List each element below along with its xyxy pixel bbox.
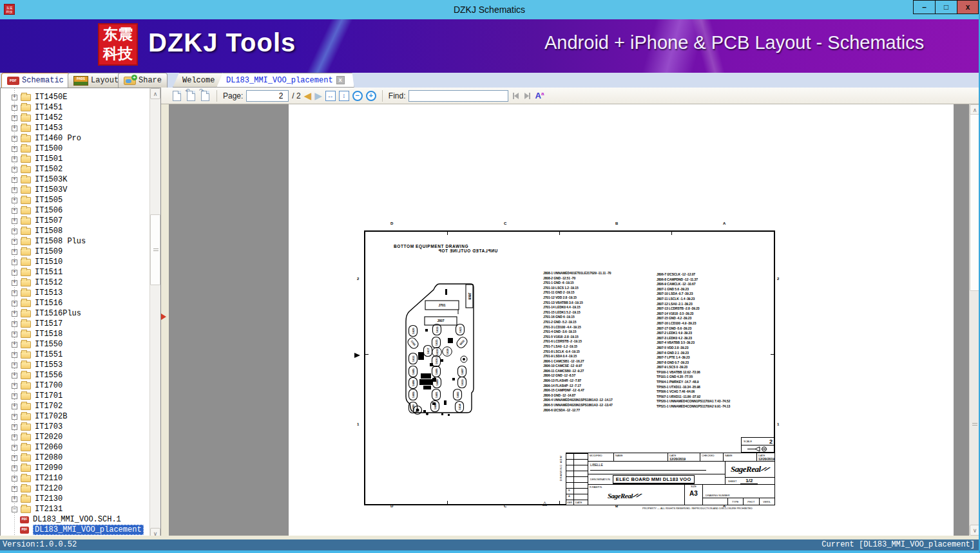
page-input[interactable] — [246, 90, 289, 102]
expand-icon[interactable]: + — [12, 177, 17, 183]
tree-folder-it1516plus[interactable]: +IT1516Plus — [1, 308, 81, 319]
tree-folder-it2080[interactable]: +IT2080 — [1, 453, 62, 463]
viewport-scrollbar[interactable]: ∧ ∨ — [969, 104, 980, 536]
fit-page-icon[interactable]: ↕ — [339, 91, 349, 101]
expand-icon[interactable]: + — [12, 105, 17, 111]
tab-layout[interactable]: PADS Layout — [68, 73, 124, 88]
expand-icon[interactable]: + — [12, 393, 17, 399]
tree-folder-it1702b[interactable]: +IT1702B — [1, 411, 67, 422]
tree-folder-it1509[interactable]: +IT1509 — [1, 247, 62, 257]
tree-folder-it1512[interactable]: +IT1512 — [1, 277, 62, 288]
expand-icon[interactable]: + — [12, 198, 17, 203]
expand-icon[interactable]: + — [12, 435, 17, 440]
tree-folder-it1551[interactable]: +IT1551 — [1, 350, 62, 360]
expand-icon[interactable]: + — [12, 249, 17, 255]
tree-folder-it1502[interactable]: +IT1502 — [1, 164, 62, 174]
tree-folder-it2090[interactable]: +IT2090 — [1, 463, 62, 473]
splitter-collapse-icon[interactable] — [161, 314, 166, 320]
scroll-up-icon[interactable]: ∧ — [150, 88, 160, 99]
tree-folder-it1556[interactable]: +IT1556 — [1, 370, 62, 380]
expand-icon[interactable]: + — [12, 352, 17, 358]
expand-icon[interactable]: + — [12, 362, 17, 368]
expand-icon[interactable]: + — [12, 301, 17, 306]
maximize-button[interactable]: □ — [935, 0, 957, 14]
expand-icon[interactable]: + — [12, 167, 17, 173]
tree-folder-it1511[interactable]: +IT1511 — [1, 267, 62, 277]
expand-icon[interactable]: + — [12, 259, 17, 265]
expand-icon[interactable]: + — [12, 95, 17, 100]
close-tab-icon[interactable]: x — [336, 76, 345, 84]
collapse-icon[interactable]: − — [12, 507, 17, 512]
tree-folder-it1503k[interactable]: +IT1503K — [1, 174, 67, 185]
tree-folder-it1503v[interactable]: +IT1503V — [1, 185, 67, 195]
find-next-icon[interactable] — [524, 93, 530, 99]
tree-folder-it1451[interactable]: +IT1451 — [1, 102, 62, 113]
tree-folder-it1452[interactable]: +IT1452 — [1, 113, 62, 123]
expand-icon[interactable]: + — [12, 187, 17, 193]
tree-folder-it1553[interactable]: +IT1553 — [1, 360, 62, 370]
expand-icon[interactable]: + — [12, 373, 17, 379]
tree-folder-it2131[interactable]: −IT2131 — [1, 504, 62, 514]
expand-icon[interactable]: + — [12, 455, 17, 461]
find-previous-icon[interactable] — [513, 93, 519, 99]
tree-file-dl183_mmi_voo.sch.1[interactable]: PDFDL183_MMI_VOO.SCH.1 — [20, 514, 121, 525]
close-button[interactable]: x — [957, 0, 979, 14]
tree-folder-it1453[interactable]: +IT1453 — [1, 123, 62, 133]
tree-folder-it2110[interactable]: +IT2110 — [1, 473, 62, 483]
doc-tab-placement[interactable]: DL183_MMI_VOO_placement x — [216, 73, 354, 88]
tree-folder-it1518[interactable]: +IT1518 — [1, 329, 62, 339]
tree-folder-it1507[interactable]: +IT1507 — [1, 216, 62, 226]
tree-folder-it1508-plus[interactable]: +IT1508 Plus — [1, 236, 86, 247]
tab-share[interactable]: Share — [118, 73, 168, 88]
tree-folder-it1508[interactable]: +IT1508 — [1, 226, 62, 236]
tree-folder-it2020[interactable]: +IT2020 — [1, 432, 62, 442]
expand-icon[interactable]: + — [12, 239, 17, 245]
tree-folder-it1702[interactable]: +IT1702 — [1, 401, 62, 411]
expand-icon[interactable]: + — [12, 218, 17, 224]
fit-width-icon[interactable]: ↔ — [325, 91, 336, 101]
tree-folder-it2120[interactable]: +IT2120 — [1, 483, 62, 494]
tree-folder-it2130[interactable]: +IT2130 — [1, 494, 62, 504]
tree-folder-it1506[interactable]: +IT1506 — [1, 205, 62, 216]
tree-folder-it1513[interactable]: +IT1513 — [1, 288, 62, 298]
expand-icon[interactable]: + — [12, 136, 17, 142]
tree-file-dl183_mmi_voo_placement[interactable]: PDFDL183_MMI_VOO_placement — [20, 525, 144, 535]
expand-icon[interactable]: + — [12, 146, 17, 152]
expand-icon[interactable]: + — [12, 424, 17, 430]
expand-icon[interactable]: + — [12, 290, 17, 296]
expand-icon[interactable]: + — [12, 115, 17, 121]
zoom-in-icon[interactable]: + — [366, 91, 376, 101]
scrollbar-thumb[interactable] — [970, 114, 980, 291]
expand-icon[interactable]: + — [12, 476, 17, 482]
expand-icon[interactable]: + — [12, 414, 17, 420]
document-viewport[interactable]: DCBADCBA2121 △ BOTTOM EQUIPMENT DRAWING … — [169, 104, 980, 536]
expand-icon[interactable]: + — [12, 342, 17, 348]
expand-icon[interactable]: + — [12, 311, 17, 317]
zoom-out-icon[interactable]: − — [352, 91, 363, 101]
scrollbar-thumb[interactable] — [150, 214, 160, 285]
find-input[interactable] — [408, 90, 508, 102]
expand-icon[interactable]: + — [12, 321, 17, 327]
copy-page-icon[interactable] — [173, 91, 181, 101]
expand-icon[interactable]: + — [12, 229, 17, 234]
tree-folder-it1516[interactable]: +IT1516 — [1, 298, 62, 308]
tree-folder-it1510[interactable]: +IT1510 — [1, 257, 62, 267]
expand-icon[interactable]: + — [12, 445, 17, 451]
minimize-button[interactable]: – — [913, 0, 935, 14]
rotate-right-icon[interactable]: ↷ — [201, 91, 209, 101]
tree-folder-it1505[interactable]: +IT1505 — [1, 195, 62, 205]
sidebar-scrollbar[interactable]: ∧ ∨ — [149, 88, 160, 539]
tree-folder-it1701[interactable]: +IT1701 — [1, 391, 62, 401]
expand-icon[interactable]: + — [12, 404, 17, 409]
expand-icon[interactable]: + — [12, 332, 17, 337]
expand-icon[interactable]: + — [12, 208, 17, 214]
tree-folder-it1500[interactable]: +IT1500 — [1, 144, 62, 154]
tree-folder-it1501[interactable]: +IT1501 — [1, 154, 62, 164]
tree-folder-it1550[interactable]: +IT1550 — [1, 339, 62, 350]
expand-icon[interactable]: + — [12, 465, 17, 471]
expand-icon[interactable]: + — [12, 486, 17, 492]
expand-icon[interactable]: + — [12, 496, 17, 502]
tree-folder-it2060[interactable]: +IT2060 — [1, 442, 62, 453]
tree-folder-it1700[interactable]: +IT1700 — [1, 380, 62, 391]
tab-schematic[interactable]: PDF Schematic — [1, 73, 70, 88]
